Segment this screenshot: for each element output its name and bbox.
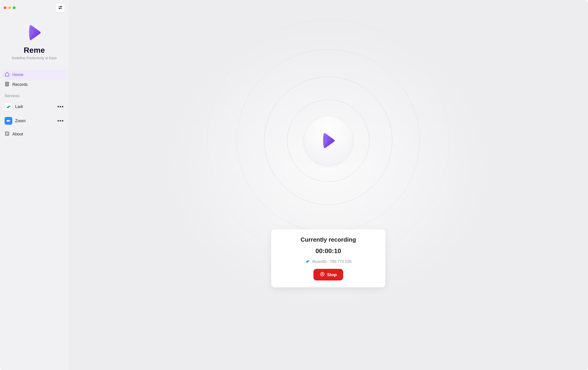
settings-button[interactable]	[56, 3, 65, 12]
recording-card: Currently recording 00:00:10 RoomID: 790…	[271, 229, 385, 287]
nav-item-label: About	[12, 132, 23, 137]
file-icon	[5, 82, 10, 88]
service-lark[interactable]: Lark •••	[2, 100, 66, 114]
close-window-button[interactable]	[4, 6, 6, 9]
room-id-label: RoomID:	[312, 259, 328, 264]
lark-icon	[305, 259, 310, 265]
services-label: Services	[2, 92, 66, 100]
svg-rect-8	[7, 120, 9, 122]
sidebar-top	[2, 3, 66, 12]
home-icon	[5, 72, 10, 78]
svg-point-12	[321, 272, 324, 276]
service-label: Zoom	[15, 119, 26, 123]
maximize-window-button[interactable]	[13, 6, 16, 9]
nav-home[interactable]: Home	[2, 70, 66, 80]
service-zoom[interactable]: Zoom •••	[2, 114, 66, 128]
stop-button[interactable]: Stop	[314, 269, 343, 280]
sliders-icon	[58, 5, 63, 11]
svg-rect-13	[322, 274, 323, 275]
svg-point-11	[7, 133, 7, 133]
app-window: Reme Redefine Productivity at Ease Home	[0, 0, 588, 370]
nav-about[interactable]: About	[2, 129, 66, 139]
info-icon	[5, 131, 10, 137]
app-logo-icon	[319, 131, 337, 150]
nav-item-label: Records	[12, 82, 28, 87]
recording-title: Currently recording	[301, 236, 356, 243]
zoom-icon	[5, 117, 12, 125]
stop-icon	[320, 272, 325, 278]
app-tagline: Redefine Productivity at Ease	[12, 56, 57, 60]
minimize-window-button[interactable]	[8, 6, 11, 9]
recording-timer: 00:00:10	[315, 247, 341, 255]
room-id-value: 790 772 526	[330, 259, 352, 264]
room-row: RoomID: 790 772 526	[305, 259, 352, 265]
stop-label: Stop	[327, 272, 337, 277]
center-logo	[304, 117, 352, 165]
more-icon[interactable]: •••	[57, 104, 64, 110]
main-area: Currently recording 00:00:10 RoomID: 790…	[69, 0, 588, 370]
nav: Home Records Services	[2, 70, 66, 139]
nav-item-label: Home	[12, 72, 23, 77]
nav-records[interactable]: Records	[2, 80, 66, 90]
svg-point-1	[61, 6, 62, 7]
lark-icon	[5, 103, 12, 111]
app-title: Reme	[24, 46, 45, 55]
svg-point-3	[59, 8, 60, 9]
more-icon[interactable]: •••	[57, 118, 64, 124]
brand: Reme Redefine Productivity at Ease	[2, 23, 66, 60]
service-label: Lark	[15, 104, 23, 109]
window-controls	[4, 6, 16, 9]
sidebar: Reme Redefine Productivity at Ease Home	[0, 0, 69, 370]
app-logo-icon	[25, 23, 43, 42]
